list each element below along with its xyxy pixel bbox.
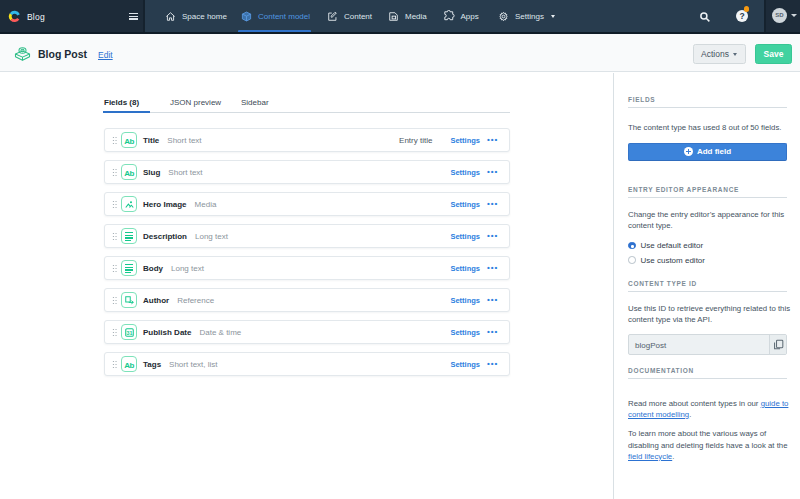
svg-text:31: 31 bbox=[126, 329, 132, 335]
